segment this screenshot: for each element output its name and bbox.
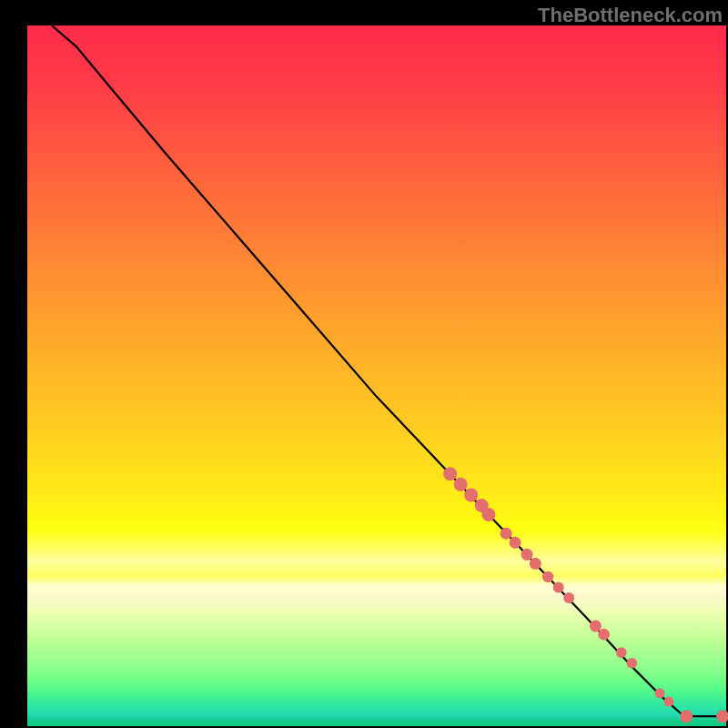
chart-container: TheBottleneck.com [0, 0, 728, 728]
data-point [530, 558, 541, 570]
data-point [454, 478, 468, 491]
data-point [542, 571, 553, 582]
data-point [616, 647, 627, 658]
data-point [443, 467, 457, 480]
data-point [590, 620, 602, 632]
data-point [627, 658, 638, 669]
data-point [521, 549, 533, 561]
data-point [481, 508, 495, 521]
data-point [563, 592, 574, 603]
watermark-text: TheBottleneck.com [538, 4, 723, 27]
data-point [716, 710, 728, 723]
data-point [553, 582, 564, 593]
data-point [500, 528, 512, 540]
data-point [510, 537, 521, 549]
data-point [598, 629, 610, 641]
data-point [464, 488, 478, 501]
data-point [664, 697, 674, 707]
data-point [680, 710, 693, 723]
chart-svg [27, 25, 726, 726]
curve-line [52, 25, 723, 716]
data-point [655, 688, 665, 698]
